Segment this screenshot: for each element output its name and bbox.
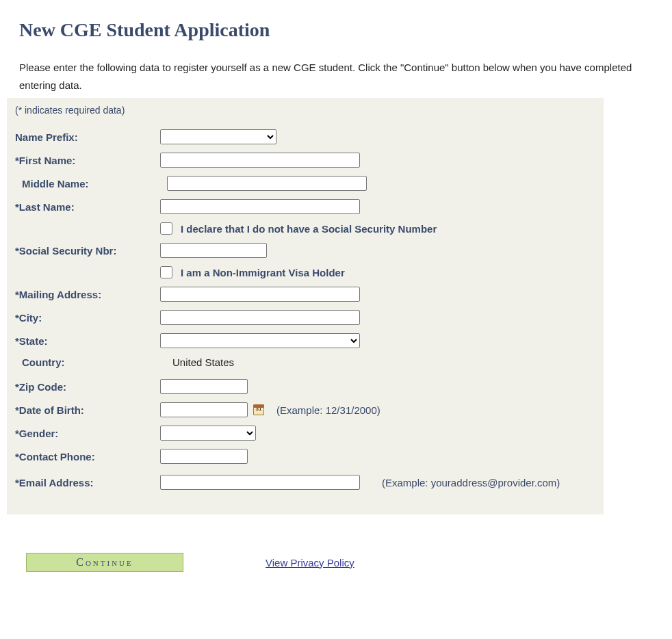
label-dob: *Date of Birth: xyxy=(14,404,160,416)
first-name-input[interactable] xyxy=(160,153,360,168)
label-country: Country: xyxy=(14,356,167,368)
label-zip: *Zip Code: xyxy=(14,381,160,393)
country-value: United States xyxy=(167,356,234,368)
calendar-icon[interactable]: 31 xyxy=(253,404,264,415)
label-middle-name: Middle Name: xyxy=(14,178,167,190)
middle-name-input[interactable] xyxy=(167,176,367,191)
state-select[interactable] xyxy=(160,333,360,348)
label-gender: *Gender: xyxy=(14,428,160,439)
gender-select[interactable] xyxy=(160,426,256,441)
phone-input[interactable] xyxy=(160,449,248,464)
visa-label: I am a Non-Immigrant Visa Holder xyxy=(181,267,345,278)
privacy-policy-link[interactable]: View Privacy Policy xyxy=(266,557,354,569)
ssn-input[interactable] xyxy=(160,243,267,258)
email-input[interactable] xyxy=(160,475,360,490)
city-input[interactable] xyxy=(160,310,360,325)
required-note: (* indicates required data) xyxy=(15,105,597,116)
continue-button[interactable]: Continue xyxy=(26,553,183,572)
label-phone: *Contact Phone: xyxy=(14,451,160,462)
page-title: New CGE Student Application xyxy=(19,19,653,41)
no-ssn-label: I declare that I do not have a Social Se… xyxy=(181,223,437,235)
last-name-input[interactable] xyxy=(160,199,360,214)
dob-hint: (Example: 12/31/2000) xyxy=(276,404,380,416)
label-ssn: *Social Security Nbr: xyxy=(14,245,160,257)
label-email: *Email Address: xyxy=(14,477,160,488)
label-city: *City: xyxy=(14,312,160,324)
email-hint: (Example: youraddress@provider.com) xyxy=(382,477,560,488)
label-mailing-address: *Mailing Address: xyxy=(14,289,160,300)
dob-input[interactable] xyxy=(160,402,248,417)
visa-checkbox[interactable] xyxy=(160,266,172,278)
name-prefix-select[interactable] xyxy=(160,129,276,144)
zip-input[interactable] xyxy=(160,379,248,394)
no-ssn-checkbox[interactable] xyxy=(160,222,172,235)
label-last-name: *Last Name: xyxy=(14,201,160,213)
mailing-address-input[interactable] xyxy=(160,287,360,302)
intro-text: Please enter the following data to regis… xyxy=(19,59,653,94)
label-name-prefix: Name Prefix: xyxy=(14,131,160,143)
label-first-name: *First Name: xyxy=(14,155,160,166)
label-state: *State: xyxy=(14,335,160,347)
form-panel: (* indicates required data) Name Prefix:… xyxy=(7,98,604,514)
